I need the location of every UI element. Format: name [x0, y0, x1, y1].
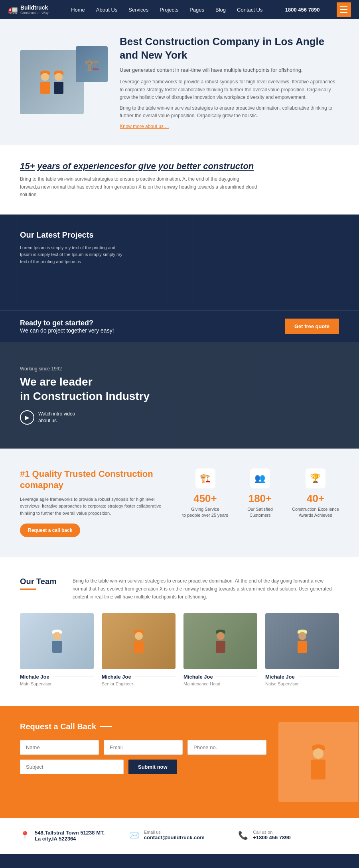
location-icon: 📍 — [20, 831, 30, 840]
giving-service-icon: 🏗️ — [195, 468, 215, 488]
form-row-1 — [20, 740, 266, 755]
hero-content: Best Construction Company in Los Angle a… — [120, 35, 339, 129]
watch-video-button[interactable]: ▶ Watch intro video about us — [20, 410, 339, 425]
callback-title-underline — [100, 726, 112, 727]
member-2-photo — [102, 613, 176, 669]
logo-icon: 🚛 — [8, 5, 18, 14]
get-free-quote-button[interactable]: Get free quote — [285, 319, 339, 334]
callback-title: Request a Call Back — [20, 722, 266, 731]
member-1-photo — [20, 613, 94, 669]
form-row-2: Submit now — [20, 760, 266, 774]
m1-head — [53, 632, 61, 640]
request-callback-button[interactable]: Request a call back — [20, 524, 80, 537]
m2-body — [134, 641, 144, 653]
hero-images: 🏗️ — [20, 46, 108, 118]
stats-body: Leverage agile frameworks to provide a r… — [20, 496, 170, 517]
team-member-2: Michale Joe Senior Engineer — [102, 613, 176, 686]
m4-head — [298, 632, 306, 640]
nav-services[interactable]: Services — [123, 0, 154, 19]
member-2-line — [134, 677, 176, 677]
m4-body — [298, 641, 307, 653]
nav-phone: 1800 456 7890 — [285, 7, 320, 13]
exp-highlight: experiences — [73, 161, 124, 171]
stat-giving-service: 🏗️ 450+ Giving Serviceto people over 25 … — [182, 468, 228, 519]
menu-line — [340, 12, 347, 13]
member-4-name: Michale Joe — [265, 674, 295, 680]
nav-contact[interactable]: Contact Us — [231, 0, 268, 19]
nav-home[interactable]: Home — [65, 0, 91, 19]
awards-icon: 🏆 — [306, 468, 325, 488]
m2-head — [135, 632, 143, 640]
cb-worker — [311, 744, 325, 779]
customers-number: 180+ — [240, 492, 280, 505]
member-3-photo — [183, 613, 257, 669]
exp-suffix: for give you better constructon — [124, 161, 254, 171]
member-4-line — [298, 677, 339, 677]
awards-label: Construction ExcellenceAwards Achieved — [292, 506, 339, 519]
team-section: Our Team Bring to the table win-win surv… — [0, 557, 359, 706]
construction-icon: 🏗️ — [85, 57, 99, 71]
worker-figure — [40, 71, 50, 94]
m3-body — [216, 641, 225, 653]
projects-section: Our Latest Projects Lorem Ipsum is simpl… — [0, 215, 359, 310]
member-2-name-row: Michale Joe — [102, 674, 176, 680]
hamburger-menu-button[interactable] — [337, 2, 351, 17]
team-member-1: Michale Joe Main Supervisor — [20, 613, 94, 686]
video-title-line2: in Construction Industry — [20, 390, 150, 402]
customers-label: Our SatisfiedCustomers — [240, 506, 280, 519]
member-2-role: Senior Engineer — [102, 681, 176, 686]
member-3-role: Maintenance Head — [183, 681, 257, 686]
stats-section: #1 Quality Trusted Construction comapnay… — [0, 449, 359, 557]
experience-title: 15+ years of experiencesfor give you bet… — [20, 161, 339, 171]
nav-pages[interactable]: Pages — [184, 0, 210, 19]
hero-main-image — [20, 50, 84, 114]
watch-line1: Watch intro video — [38, 411, 75, 417]
address-value: 548,Tallstral Town 51238 MT,La city,IA 5… — [35, 830, 105, 842]
contact-address: 📍 548,Tallstral Town 51238 MT,La city,IA… — [20, 830, 121, 842]
cta-banner: Ready to get started? We can do project … — [0, 310, 359, 342]
hero-body-2: Bring to the table win-win survival stra… — [120, 104, 339, 120]
name-input[interactable] — [20, 740, 99, 755]
head — [41, 73, 49, 81]
team-title: Our Team — [20, 577, 57, 586]
team-member-4: Michale Joe Noise Supervisor — [265, 613, 339, 686]
stats-right: 🏗️ 450+ Giving Serviceto people over 25 … — [182, 468, 339, 519]
callback-section: Request a Call Back Submit now — [0, 706, 359, 818]
working-since-text: Working since 1992 — [20, 366, 339, 372]
member-3-figure — [216, 630, 225, 653]
video-title: We are leader in Construction Industry — [20, 375, 339, 404]
experience-section: 15+ years of experiencesfor give you bet… — [0, 145, 359, 215]
play-icon[interactable]: ▶ — [20, 410, 34, 425]
phone-input[interactable] — [187, 740, 266, 755]
member-2-name: Michale Joe — [102, 674, 131, 680]
team-description: Bring to the table win-win survival stra… — [73, 577, 339, 601]
nav-blog[interactable]: Blog — [210, 0, 231, 19]
submit-button[interactable]: Submit now — [128, 760, 177, 774]
hero-title: Best Construction Company in Los Angle a… — [120, 35, 339, 62]
footer: 🚛 Buildtruck Construction Way Capitalize… — [0, 854, 359, 868]
cta-line1: Ready to get started? — [20, 319, 114, 327]
m3-head — [217, 632, 225, 640]
nav-projects[interactable]: Projects — [154, 0, 184, 19]
hero-section: 🏗️ Best Construction Company in Los Angl… — [0, 19, 359, 145]
member-3-name-row: Michale Joe — [183, 674, 257, 680]
member-3-name: Michale Joe — [183, 674, 213, 680]
callback-form: Request a Call Back Submit now — [20, 722, 266, 802]
phone-label: Call us on — [253, 830, 290, 835]
video-title-line1: We are leader — [20, 376, 93, 388]
navigation: 🚛 Buildtruck Construction Way Home About… — [0, 0, 359, 19]
logo-name: Buildtruck — [20, 4, 48, 11]
head-2 — [55, 73, 63, 81]
phone-icon: 📞 — [238, 831, 248, 840]
hero-small-image: 🏗️ — [76, 46, 108, 82]
member-1-name: Michale Joe — [20, 674, 49, 680]
hero-read-more-link[interactable]: Know more about us ... — [120, 124, 169, 129]
awards-number: 40+ — [292, 492, 339, 505]
email-input[interactable] — [104, 740, 183, 755]
giving-service-number: 450+ — [182, 492, 228, 505]
subject-input[interactable] — [20, 760, 124, 774]
contact-email: ✉️ Email us contact@buildtruck.com — [121, 830, 231, 842]
exp-years: 15+ — [20, 161, 35, 171]
callback-title-text: Request a Call Back — [20, 722, 96, 731]
nav-about[interactable]: About Us — [91, 0, 123, 19]
